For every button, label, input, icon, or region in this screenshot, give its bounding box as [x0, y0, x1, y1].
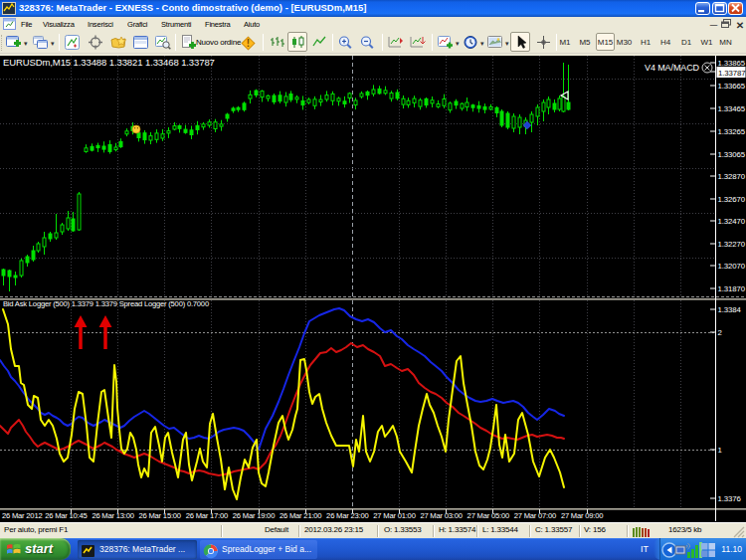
svg-text:26 Mar 23:00: 26 Mar 23:00 — [326, 511, 368, 520]
svg-text:27 Mar 05:00: 27 Mar 05:00 — [467, 511, 509, 520]
svg-text:1.3384: 1.3384 — [718, 305, 742, 314]
svg-text:2: 2 — [718, 328, 722, 337]
svg-text:26 Mar 10:45: 26 Mar 10:45 — [45, 511, 87, 520]
svg-text:1.33665: 1.33665 — [718, 82, 746, 91]
svg-text:27 Mar 09:00: 27 Mar 09:00 — [561, 511, 603, 520]
svg-text:1: 1 — [718, 446, 722, 455]
svg-text:26 Mar 19:00: 26 Mar 19:00 — [233, 511, 275, 520]
svg-text:26 Mar 17:00: 26 Mar 17:00 — [186, 511, 228, 520]
svg-text:Bid Ask Logger (500) 1.3379 1.: Bid Ask Logger (500) 1.3379 1.3379 Sprea… — [3, 299, 209, 308]
svg-text:26 Mar 21:00: 26 Mar 21:00 — [280, 511, 321, 520]
svg-text:1.33065: 1.33065 — [718, 150, 746, 159]
svg-text:EURUSDm,M15 1.33488 1.33821 1: EURUSDm,M15 1.33488 1.33821 1.33468 1.33… — [3, 57, 215, 68]
svg-text:1.33787: 1.33787 — [718, 69, 745, 78]
svg-text:1.33865: 1.33865 — [718, 59, 746, 68]
svg-text:27 Mar 01:00: 27 Mar 01:00 — [373, 511, 415, 520]
svg-text:1.32470: 1.32470 — [718, 217, 746, 226]
svg-text:27 Mar 03:00: 27 Mar 03:00 — [420, 511, 462, 520]
svg-text:1.31870: 1.31870 — [718, 284, 746, 293]
svg-text:26 Mar 13:00: 26 Mar 13:00 — [92, 511, 133, 520]
svg-text:V4 MA/MACD: V4 MA/MACD — [645, 63, 700, 73]
svg-text:1.32270: 1.32270 — [718, 240, 746, 249]
svg-text:1.33265: 1.33265 — [718, 127, 746, 136]
svg-text:27 Mar 07:00: 27 Mar 07:00 — [514, 511, 556, 520]
svg-text:1.32870: 1.32870 — [718, 172, 746, 181]
svg-text:1.33465: 1.33465 — [718, 104, 746, 113]
svg-text:26 Mar 15:00: 26 Mar 15:00 — [139, 511, 181, 520]
svg-text:1.32070: 1.32070 — [718, 262, 746, 271]
svg-text:1.32670: 1.32670 — [718, 195, 746, 204]
svg-text:26 Mar 2012: 26 Mar 2012 — [2, 511, 42, 520]
svg-text:!: ! — [247, 38, 250, 49]
svg-text:1.3376: 1.3376 — [718, 494, 741, 503]
